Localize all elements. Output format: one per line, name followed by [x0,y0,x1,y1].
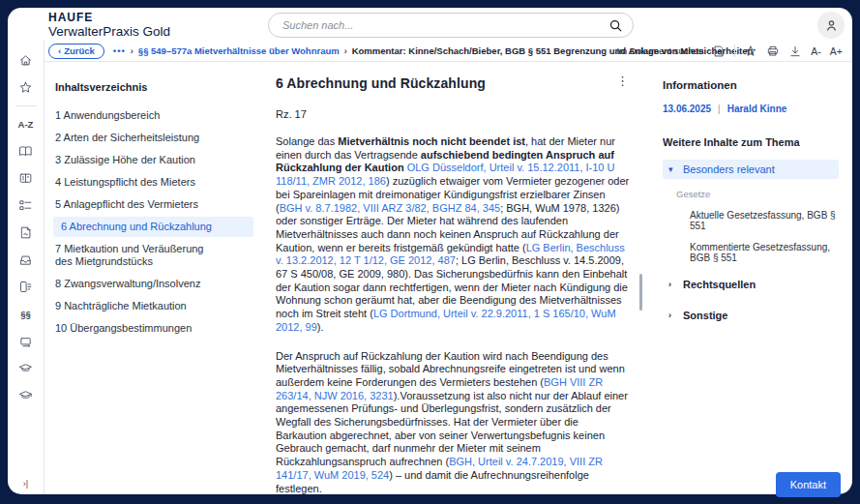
article-content: 6 Abrechnung und Rückzahlung ⋮ Rz. 17 So… [261,62,646,494]
info-panel: Informationen 13.06.2025 | Harald Kinne … [646,62,852,494]
chevron-right-icon: › [668,280,676,289]
group-label-gesetze: Gesetze [676,189,839,199]
toolbar-divider [734,44,735,57]
document-signature-icon[interactable] [15,221,38,244]
chevron-right-icon: › [668,311,676,320]
seminar-cap-icon[interactable] [15,383,38,406]
expand-rail-icon[interactable]: ›| [23,479,28,489]
related-link[interactable]: Kommentierte Gesetzesfassung, BGB § 551 [690,242,839,263]
contact-button[interactable]: Kontakt [776,472,841,497]
find-in-document-icon[interactable] [712,44,726,58]
toc-title: Inhaltsverzeichnis [53,81,253,93]
bookmark-star-icon[interactable] [744,44,757,58]
product-name: VerwalterPraxis Gold [48,24,170,39]
commentary-book-icon[interactable] [15,166,38,190]
toc-item[interactable]: 3 Zulässige Höhe der Kaution [53,150,253,170]
body-text: ). [317,321,324,333]
back-chevron-icon: ‹ [58,45,61,56]
checklist-icon[interactable] [15,193,38,217]
meta-divider: | [718,104,721,114]
related-link[interactable]: Aktuelle Gesetzesfassung, BGB § 551 [690,210,839,231]
related-content-title: Weitere Inhalte zum Thema [663,136,839,148]
left-icon-rail: A-Z §§ [8,41,44,494]
toc-item[interactable]: 9 Nachträgliche Mietkaution [53,296,253,316]
search-input[interactable] [282,19,608,31]
inbox-tray-icon[interactable] [15,248,38,271]
brand-name: HAUFE [48,11,170,24]
inline-citation-link[interactable]: BGH v. 8.7.1982, VIII ARZ 3/82, BGHZ 84,… [280,202,500,214]
back-button[interactable]: ‹ Zurück [48,44,104,59]
breadcrumb-separator-icon: › [344,46,347,56]
document-toolbar: ‹ Zurück ••• › §§ 549–577a Mietverhältni… [44,41,852,62]
toc-item-active[interactable]: 6 Abrechnung und Rückzahlung [53,217,253,237]
az-index-icon[interactable]: A-Z [15,112,38,135]
article-paragraph: Solange das Mietverhältnis noch nicht be… [276,135,631,335]
rail-divider [15,105,37,106]
table-of-contents: Inhaltsverzeichnis 1 Anwendungsbereich 2… [44,62,261,494]
section-rechtsquellen[interactable]: › Rechtsquellen [663,275,839,294]
toc-item[interactable]: 5 Anlagepflicht des Vermieters [53,194,253,215]
training-cap-icon[interactable] [15,356,38,379]
section-besonders-relevant[interactable]: ▾ Besonders relevant [663,160,839,179]
user-icon [824,18,839,33]
home-icon[interactable] [15,48,38,72]
toc-item[interactable]: 4 Leistungspflicht des Mieters [53,172,253,193]
find-in-document-label[interactable]: Im Dokument suchen [617,45,704,56]
laws-paragraphs-icon[interactable]: §§ [15,302,38,325]
bold-text: Mietverhältnis noch nicht beendet ist [338,135,525,147]
document-author-link[interactable]: Harald Kinne [727,104,787,114]
app-window: HAUFE VerwalterPraxis Gold [8,8,852,494]
body-text: Solange das [276,135,338,147]
favorites-star-icon[interactable] [15,75,38,99]
document-date[interactable]: 13.06.2025 [663,104,711,114]
toc-item[interactable]: 8 Zwangsverwaltung/Insolvenz [53,274,253,294]
app-header: HAUFE VerwalterPraxis Gold [8,8,852,41]
font-increase-button[interactable]: A+ [830,45,843,57]
print-icon[interactable] [766,44,780,58]
catalog-list-icon[interactable] [15,275,38,298]
breadcrumb-section-link[interactable]: §§ 549–577a Mietverhältnisse über Wohnra… [138,45,340,56]
info-panel-title: Informationen [663,79,839,91]
toc-item[interactable]: 7 Mietkaution und Veräußerung des Mietgr… [53,239,227,272]
chevron-down-icon: ▾ [668,164,676,174]
brand-logo: HAUFE VerwalterPraxis Gold [48,11,170,39]
breadcrumb-separator-icon: › [131,46,133,56]
article-paragraph: Der Anspruch auf Rückzahlung der Kaution… [276,350,631,494]
breadcrumb: ••• › §§ 549–577a Mietverhältnisse über … [113,45,617,56]
toc-item[interactable]: 10 Übergangsbestimmungen [53,318,253,339]
font-decrease-button[interactable]: A- [811,45,821,57]
section-sonstige[interactable]: › Sonstige [663,306,839,325]
toc-item[interactable]: 2 Arten der Sicherheitsleistung [53,128,253,148]
toc-item[interactable]: 1 Anwendungsbereich [53,105,253,126]
download-icon[interactable] [788,44,802,58]
lexicon-book-icon[interactable] [15,139,38,163]
article-title: 6 Abrechnung und Rückzahlung [276,75,631,91]
document-actions: Im Dokument suchen A- A+ [617,44,843,58]
breadcrumb-ellipsis[interactable]: ••• [113,45,126,56]
margin-number: Rz. 17 [276,108,631,120]
search-icon[interactable] [608,18,623,33]
global-search[interactable] [268,13,634,38]
document-meta: 13.06.2025 | Harald Kinne [663,104,839,114]
user-account-button[interactable] [817,12,845,39]
more-options-icon[interactable]: ⋮ [616,75,629,87]
scanner-archive-icon[interactable] [15,329,38,352]
content-scrollbar[interactable] [639,274,642,311]
